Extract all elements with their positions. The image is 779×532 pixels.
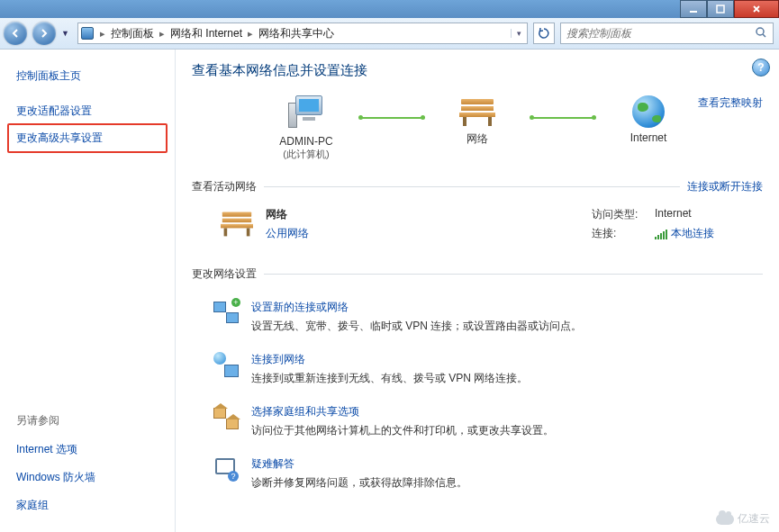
network-name: 网络 xyxy=(266,207,592,222)
settings-item-title[interactable]: 选择家庭组和共享选项 xyxy=(251,404,554,419)
change-settings-heading: 更改网络设置 xyxy=(192,266,763,282)
homegroup-icon xyxy=(213,404,239,429)
map-node-internet: Internet xyxy=(594,95,702,144)
connection-value: 本地连接 xyxy=(671,226,714,241)
nav-history-dropdown[interactable]: ▼ xyxy=(61,29,72,38)
bench-icon xyxy=(457,95,497,128)
sidebar-windows-firewall[interactable]: Windows 防火墙 xyxy=(16,464,175,491)
settings-item-new-connection: + 设置新的连接或网络 设置无线、宽带、拨号、临时或 VPN 连接；或设置路由器… xyxy=(213,291,763,343)
access-type-value: Internet xyxy=(655,207,692,222)
chevron-right-icon: ▸ xyxy=(96,28,109,40)
active-network-item: 网络 公用网络 访问类型: Internet 连接: 本地连接 xyxy=(192,203,763,257)
section-heading-text: 更改网络设置 xyxy=(192,266,264,282)
troubleshoot-icon: ? xyxy=(213,456,239,482)
sidebar-internet-options[interactable]: Internet 选项 xyxy=(16,436,175,464)
sidebar: 控制面板主页 更改适配器设置 更改高级共享设置 另请参阅 Internet 选项… xyxy=(0,50,176,532)
sidebar-advanced-sharing[interactable]: 更改高级共享设置 xyxy=(16,131,159,146)
settings-item-desc: 访问位于其他网络计算机上的文件和打印机，或更改共享设置。 xyxy=(251,423,554,438)
content-area: 控制面板主页 更改适配器设置 更改高级共享设置 另请参阅 Internet 选项… xyxy=(0,50,779,532)
globe-icon xyxy=(632,95,665,128)
svg-rect-1 xyxy=(717,5,724,13)
close-button[interactable] xyxy=(734,0,779,18)
map-internet-label: Internet xyxy=(594,131,702,144)
svg-rect-0 xyxy=(690,11,697,13)
window-titlebar xyxy=(0,0,779,18)
network-type-link[interactable]: 公用网络 xyxy=(266,226,592,241)
navigation-bar: ▼ ▸ 控制面板 ▸ 网络和 Internet ▸ 网络和共享中心 ▾ xyxy=(0,18,779,50)
settings-item-title[interactable]: 疑难解答 xyxy=(251,456,467,472)
main-panel: ? 查看基本网络信息并设置连接 ADMIN-PC (此计算机) 网络 Inter… xyxy=(176,50,779,532)
breadcrumb-dropdown[interactable]: ▾ xyxy=(511,29,527,38)
refresh-button[interactable] xyxy=(533,23,555,44)
settings-item-title[interactable]: 连接到网络 xyxy=(251,352,528,367)
search-box[interactable] xyxy=(560,23,774,44)
map-node-network: 网络 xyxy=(423,95,531,147)
settings-item-troubleshoot: ? 疑难解答 诊断并修复网络问题，或获得故障排除信息。 xyxy=(213,447,763,500)
breadcrumb-level-2[interactable]: 网络和 Internet xyxy=(168,26,244,41)
settings-item-homegroup: 选择家庭组和共享选项 访问位于其他网络计算机上的文件和打印机，或更改共享设置。 xyxy=(213,395,763,447)
map-connection-line xyxy=(531,117,594,119)
sidebar-home-link[interactable]: 控制面板主页 xyxy=(16,62,175,90)
settings-item-connect-network: 连接到网络 连接到或重新连接到无线、有线、拨号或 VPN 网络连接。 xyxy=(213,343,763,395)
connection-link[interactable]: 本地连接 xyxy=(655,226,714,241)
map-pc-sublabel: (此计算机) xyxy=(252,148,360,161)
access-type-label: 访问类型: xyxy=(592,207,655,222)
connection-label: 连接: xyxy=(592,226,655,241)
watermark: 亿速云 xyxy=(716,511,770,527)
sidebar-advanced-sharing-highlighted: 更改高级共享设置 xyxy=(7,123,168,153)
minimize-button[interactable] xyxy=(680,0,707,18)
search-input[interactable] xyxy=(566,27,755,40)
settings-item-desc: 诊断并修复网络问题，或获得故障排除信息。 xyxy=(251,475,467,491)
sidebar-also-see: 另请参阅 xyxy=(16,406,175,436)
breadcrumb[interactable]: ▸ 控制面板 ▸ 网络和 Internet ▸ 网络和共享中心 ▾ xyxy=(77,23,528,44)
nav-back-button[interactable] xyxy=(4,22,27,45)
breadcrumb-level-1[interactable]: 控制面板 xyxy=(109,26,156,41)
settings-item-desc: 连接到或重新连接到无线、有线、拨号或 VPN 网络连接。 xyxy=(251,371,528,386)
nav-forward-button[interactable] xyxy=(32,22,56,45)
cloud-icon xyxy=(716,514,734,525)
map-node-pc: ADMIN-PC (此计算机) xyxy=(252,95,360,161)
window-buttons xyxy=(680,0,779,18)
computer-icon xyxy=(288,95,324,131)
map-connection-line xyxy=(360,117,423,119)
section-heading-text: 查看活动网络 xyxy=(192,179,264,194)
bench-icon xyxy=(219,209,255,238)
sidebar-adapter-settings[interactable]: 更改适配器设置 xyxy=(16,97,175,125)
new-connection-icon: + xyxy=(213,300,239,325)
maximize-button[interactable] xyxy=(707,0,734,18)
chevron-right-icon: ▸ xyxy=(156,28,168,40)
connect-disconnect-link[interactable]: 连接或断开连接 xyxy=(680,179,763,194)
breadcrumb-level-3[interactable]: 网络和共享中心 xyxy=(257,26,336,41)
help-icon[interactable]: ? xyxy=(752,59,770,77)
settings-list: + 设置新的连接或网络 设置无线、宽带、拨号、临时或 VPN 连接；或设置路由器… xyxy=(192,291,763,500)
connect-network-icon xyxy=(213,352,239,377)
sidebar-homegroup[interactable]: 家庭组 xyxy=(16,491,175,519)
map-pc-label: ADMIN-PC xyxy=(252,135,360,148)
settings-item-title[interactable]: 设置新的连接或网络 xyxy=(251,300,582,315)
chevron-right-icon: ▸ xyxy=(244,28,257,40)
signal-icon xyxy=(655,229,667,239)
settings-item-desc: 设置无线、宽带、拨号、临时或 VPN 连接；或设置路由器或访问点。 xyxy=(251,319,582,334)
map-network-label: 网络 xyxy=(423,131,531,147)
page-title: 查看基本网络信息并设置连接 xyxy=(192,62,763,79)
network-map: ADMIN-PC (此计算机) 网络 Internet 查看完整映射 xyxy=(192,95,763,161)
see-full-map-link[interactable]: 查看完整映射 xyxy=(698,95,763,111)
control-panel-icon xyxy=(78,27,96,40)
watermark-text: 亿速云 xyxy=(738,511,770,527)
search-icon[interactable] xyxy=(755,26,767,41)
active-networks-heading: 查看活动网络 连接或断开连接 xyxy=(192,179,763,194)
svg-point-2 xyxy=(756,28,764,35)
